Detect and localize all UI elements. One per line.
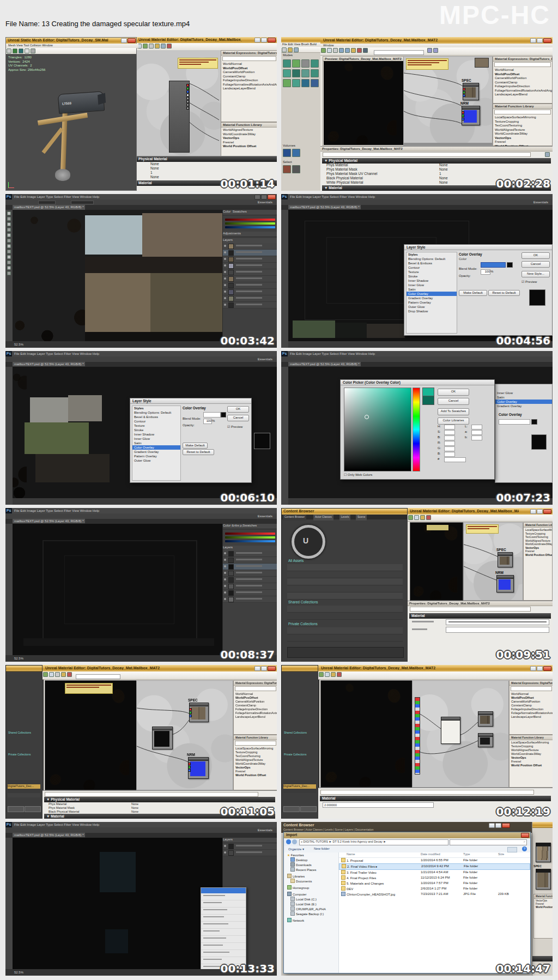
shared-collections-label: Shared Collections (284, 731, 307, 734)
function-library-fragment: Material Function Library VectorOpsFresn… (533, 894, 553, 939)
tree-item-selected: DigitalTutors_Dec... (283, 784, 316, 789)
function-list: LocalSpaceSurfaceMirroring TextureCroppi… (493, 115, 552, 148)
property-label-bar (412, 621, 434, 622)
workspace-label: Essentials (258, 358, 272, 361)
downloads-icon (290, 862, 295, 867)
menu-items: File Edit Image Layer Type Select Filter… (14, 195, 99, 198)
current-color-swatch (422, 396, 434, 405)
property-value: None (150, 175, 159, 179)
address-bar-row: « DIGITAL-TUTORS ► DT 5.2 Kiosk Intro Ag… (284, 838, 530, 846)
ok-button: OK (521, 252, 550, 259)
folder-icon (341, 858, 345, 862)
close-icon (543, 38, 551, 43)
make-default-button: Make Default (459, 290, 487, 296)
ps-tool-strip (281, 367, 288, 505)
swatches-tab: Swatches (242, 524, 257, 527)
menu-items: File Edit Image Layer Type Select Filter… (14, 352, 99, 355)
workspace-label: Essentials (258, 828, 272, 832)
blend-mode-select (499, 419, 530, 425)
ps-tool-strip (5, 367, 13, 505)
material-node-pin-column (169, 81, 190, 153)
timestamp-overlay: 00:14:47 (496, 962, 551, 975)
texture-node (536, 869, 551, 890)
material-function-library-panel: Material Function Library LocalSpaceSurf… (493, 104, 553, 146)
properties-search-input (45, 792, 258, 797)
ok-button: OK (227, 406, 249, 413)
material-expressions-panel: Material Expressions: DigitalTutors_Deca… (221, 50, 277, 122)
thumbnail-frame-10: Shared Collections Private Collections D… (281, 665, 553, 819)
ps-tab-strip: mailboxTEXT.psd @ 52.5% (Layer 43, RGB/8… (281, 205, 553, 210)
window-title: Unreal Material Editor: DigitalTutors_De… (323, 38, 487, 42)
overlay-color-swatch (531, 419, 537, 425)
window-buttons (489, 823, 510, 828)
minimize-icon (530, 38, 536, 43)
private-collections-label: Private Collections (8, 753, 31, 756)
texture-path-field (446, 619, 549, 625)
photoshop-logo: Ps (281, 194, 288, 199)
thumbnail-frame-12: Content Browser Content Browser | Actor … (281, 822, 553, 976)
metal-panel-brown (142, 213, 222, 257)
canvas (13, 838, 222, 969)
file-row: 4. Final Project Files11/12/2013 6:24 PM… (339, 875, 530, 881)
cancel-button: Cancel (438, 398, 469, 405)
color-preview-swatch (254, 433, 270, 449)
list-item: Styles (132, 406, 180, 410)
ok-button: OK (438, 389, 469, 396)
list-item: Styles (407, 252, 457, 257)
spec-node-label: SPEC (188, 698, 198, 702)
private-list (287, 627, 403, 642)
textured-mesh-preview (46, 680, 129, 790)
panel-header: Material Expressions: DigitalTutors_Deca… (221, 51, 277, 56)
material-expressions-panel: Material Expressions: DigitalTutors_Deca… (233, 680, 277, 735)
mailbox-3d-model: LT503 (28, 78, 120, 187)
list-item: WorldNormal (495, 68, 552, 72)
color-marker (365, 415, 369, 419)
section-header: Material (320, 796, 551, 801)
expression-list: WorldNormal WorldPosOffset CameraWorldPo… (221, 62, 277, 91)
node-graph-area: SPEC NRM (463, 522, 523, 601)
document-tab: mailboxTEXT.psd @ 52.5% (Layer 43, RGB/8… (13, 362, 85, 366)
titlebar-fragment (532, 822, 553, 828)
property-label: Phys Material Mask UV Channel (326, 172, 378, 176)
ps-tool-strip (5, 210, 13, 348)
list-item: Drop Shadow (407, 309, 457, 313)
maximize-icon (261, 195, 267, 199)
overlay-color-swatch (507, 262, 513, 268)
node-pins (463, 87, 465, 98)
search-input (222, 56, 276, 61)
material-editor-window: Unreal Material Editor: DigitalTutors_De… (136, 37, 277, 191)
cb-tab: Scene (356, 515, 367, 521)
nrm-node-label: NRM (187, 753, 195, 757)
ps-tab-strip: mailboxTEXT.psd @ 52.5% (Layer 43, RGB/8… (5, 205, 277, 210)
color-tab: Color (223, 524, 231, 527)
green-grunge-strip (293, 320, 335, 338)
window-title: Content Browser (283, 509, 349, 513)
image-file-icon (341, 892, 345, 896)
section-title: Color Overlay (459, 252, 519, 256)
list-item: WorldPosOffset (223, 66, 277, 71)
photoshop-logo: Ps (5, 508, 12, 513)
toolbar (408, 515, 553, 522)
list-item: Stroke (407, 274, 457, 279)
node-pins (462, 111, 464, 121)
list-item: Inner Glow (132, 437, 180, 441)
property-label: White Physical Material (326, 180, 363, 184)
property-value: None (439, 180, 448, 185)
list-item: FoliageNormalizedRotationAxisAndAngle (495, 89, 552, 93)
organize-button: Organize ▾ (288, 847, 304, 851)
property-value: 1 (150, 171, 153, 174)
search-icon: ⌕ (524, 840, 525, 844)
list-item: Inner Glow (495, 391, 552, 395)
ps-tab-strip: mailboxTEXT.psd @ 52.5% (Layer 43, RGB/8… (5, 519, 277, 524)
timestamp-overlay: 00:08:37 (221, 648, 275, 661)
disk-icon (290, 897, 295, 901)
cb-titlebar (282, 666, 318, 672)
expression-list: WorldNormalWorldPosOffsetCameraWorldPosi… (510, 692, 553, 719)
close-icon (543, 666, 551, 671)
thumbnail-frame-6: Ps File Edit Image Layer Type Select Fil… (281, 351, 553, 505)
spec-node-label: SPEC (496, 548, 506, 552)
minimize-icon (530, 509, 536, 514)
properties-header: Properties: DigitalTutors_Decay_Mat.Mail… (320, 147, 553, 152)
section-title: Color Overlay (499, 413, 522, 416)
photoshop-logo: Ps (5, 822, 12, 827)
